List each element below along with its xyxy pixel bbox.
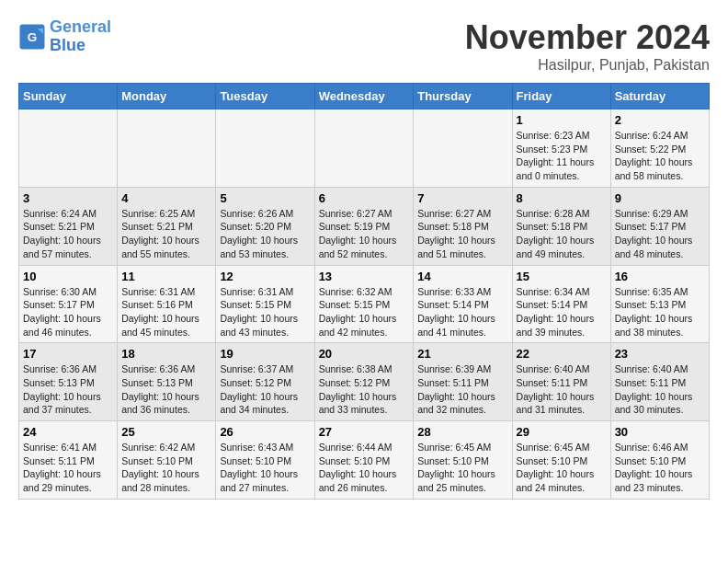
calendar-day-cell: 8Sunrise: 6:28 AM Sunset: 5:18 PM Daylig… bbox=[512, 187, 610, 265]
day-info: Sunrise: 6:36 AM Sunset: 5:13 PM Dayligh… bbox=[23, 362, 113, 417]
location: Hasilpur, Punjab, Pakistan bbox=[465, 57, 710, 74]
day-of-week-header: Friday bbox=[512, 84, 610, 109]
day-of-week-header: Saturday bbox=[610, 84, 709, 109]
calendar-week-row: 24Sunrise: 6:41 AM Sunset: 5:11 PM Dayli… bbox=[19, 421, 710, 500]
day-info: Sunrise: 6:37 AM Sunset: 5:12 PM Dayligh… bbox=[220, 362, 310, 417]
day-number: 12 bbox=[220, 270, 310, 283]
day-of-week-header: Monday bbox=[118, 84, 216, 109]
title-area: November 2024 Hasilpur, Punjab, Pakistan bbox=[465, 18, 710, 74]
month-title: November 2024 bbox=[465, 18, 710, 57]
calendar-day-cell: 7Sunrise: 6:27 AM Sunset: 5:18 PM Daylig… bbox=[414, 187, 512, 265]
day-number: 17 bbox=[23, 347, 113, 361]
calendar-day-cell: 11Sunrise: 6:31 AM Sunset: 5:16 PM Dayli… bbox=[118, 265, 216, 343]
calendar-day-cell: 17Sunrise: 6:36 AM Sunset: 5:13 PM Dayli… bbox=[19, 343, 118, 421]
day-info: Sunrise: 6:26 AM Sunset: 5:20 PM Dayligh… bbox=[220, 207, 310, 261]
calendar-day-cell: 29Sunrise: 6:45 AM Sunset: 5:10 PM Dayli… bbox=[512, 421, 610, 500]
day-info: Sunrise: 6:39 AM Sunset: 5:11 PM Dayligh… bbox=[417, 362, 507, 417]
day-info: Sunrise: 6:31 AM Sunset: 5:16 PM Dayligh… bbox=[121, 285, 211, 339]
calendar-day-cell: 13Sunrise: 6:32 AM Sunset: 5:15 PM Dayli… bbox=[314, 265, 414, 343]
day-number: 27 bbox=[319, 425, 410, 439]
calendar-day-cell: 14Sunrise: 6:33 AM Sunset: 5:14 PM Dayli… bbox=[414, 265, 512, 343]
day-number: 25 bbox=[121, 425, 211, 439]
calendar-day-cell: 4Sunrise: 6:25 AM Sunset: 5:21 PM Daylig… bbox=[118, 187, 216, 265]
day-number: 6 bbox=[319, 191, 410, 205]
calendar-table: SundayMondayTuesdayWednesdayThursdayFrid… bbox=[18, 83, 710, 500]
calendar-week-row: 1Sunrise: 6:23 AM Sunset: 5:23 PM Daylig… bbox=[19, 109, 710, 188]
day-number: 24 bbox=[23, 425, 113, 439]
day-info: Sunrise: 6:29 AM Sunset: 5:17 PM Dayligh… bbox=[615, 207, 705, 261]
day-number: 20 bbox=[319, 347, 410, 361]
day-number: 3 bbox=[23, 191, 113, 205]
day-number: 7 bbox=[417, 191, 507, 205]
calendar-day-cell: 6Sunrise: 6:27 AM Sunset: 5:19 PM Daylig… bbox=[314, 187, 414, 265]
day-info: Sunrise: 6:45 AM Sunset: 5:10 PM Dayligh… bbox=[417, 441, 507, 495]
day-info: Sunrise: 6:36 AM Sunset: 5:13 PM Dayligh… bbox=[121, 362, 211, 417]
day-number: 11 bbox=[121, 270, 211, 283]
calendar-day-cell: 3Sunrise: 6:24 AM Sunset: 5:21 PM Daylig… bbox=[19, 187, 118, 265]
day-info: Sunrise: 6:42 AM Sunset: 5:10 PM Dayligh… bbox=[121, 441, 211, 495]
svg-text:G: G bbox=[28, 29, 38, 43]
calendar-week-row: 17Sunrise: 6:36 AM Sunset: 5:13 PM Dayli… bbox=[19, 343, 710, 421]
calendar-day-cell: 19Sunrise: 6:37 AM Sunset: 5:12 PM Dayli… bbox=[216, 343, 314, 421]
day-info: Sunrise: 6:43 AM Sunset: 5:10 PM Dayligh… bbox=[220, 441, 310, 495]
calendar-header-row: SundayMondayTuesdayWednesdayThursdayFrid… bbox=[19, 84, 710, 109]
calendar-day-cell: 28Sunrise: 6:45 AM Sunset: 5:10 PM Dayli… bbox=[414, 421, 512, 500]
day-info: Sunrise: 6:45 AM Sunset: 5:10 PM Dayligh… bbox=[517, 441, 607, 495]
day-number: 19 bbox=[220, 347, 310, 361]
day-info: Sunrise: 6:46 AM Sunset: 5:10 PM Dayligh… bbox=[615, 441, 705, 495]
day-number: 10 bbox=[23, 270, 113, 283]
calendar-day-cell: 24Sunrise: 6:41 AM Sunset: 5:11 PM Dayli… bbox=[19, 421, 118, 500]
day-info: Sunrise: 6:32 AM Sunset: 5:15 PM Dayligh… bbox=[319, 285, 410, 339]
day-number: 16 bbox=[615, 270, 705, 283]
day-number: 2 bbox=[615, 113, 705, 127]
calendar-day-cell: 26Sunrise: 6:43 AM Sunset: 5:10 PM Dayli… bbox=[216, 421, 314, 500]
calendar-day-cell: 30Sunrise: 6:46 AM Sunset: 5:10 PM Dayli… bbox=[610, 421, 709, 500]
calendar-day-cell: 9Sunrise: 6:29 AM Sunset: 5:17 PM Daylig… bbox=[610, 187, 709, 265]
day-number: 28 bbox=[417, 425, 507, 439]
calendar-day-cell: 25Sunrise: 6:42 AM Sunset: 5:10 PM Dayli… bbox=[118, 421, 216, 500]
day-number: 1 bbox=[517, 113, 607, 127]
logo-icon: G bbox=[18, 23, 46, 51]
calendar-day-cell bbox=[216, 109, 314, 188]
calendar-day-cell: 1Sunrise: 6:23 AM Sunset: 5:23 PM Daylig… bbox=[512, 109, 610, 188]
calendar-day-cell bbox=[118, 109, 216, 188]
day-of-week-header: Thursday bbox=[414, 84, 512, 109]
day-info: Sunrise: 6:40 AM Sunset: 5:11 PM Dayligh… bbox=[517, 362, 607, 417]
calendar-day-cell: 15Sunrise: 6:34 AM Sunset: 5:14 PM Dayli… bbox=[512, 265, 610, 343]
calendar-day-cell: 2Sunrise: 6:24 AM Sunset: 5:22 PM Daylig… bbox=[610, 109, 709, 188]
day-number: 9 bbox=[615, 191, 705, 205]
calendar-day-cell bbox=[414, 109, 512, 188]
calendar-day-cell: 21Sunrise: 6:39 AM Sunset: 5:11 PM Dayli… bbox=[414, 343, 512, 421]
calendar-day-cell: 5Sunrise: 6:26 AM Sunset: 5:20 PM Daylig… bbox=[216, 187, 314, 265]
calendar-week-row: 10Sunrise: 6:30 AM Sunset: 5:17 PM Dayli… bbox=[19, 265, 710, 343]
logo-text: General Blue bbox=[50, 18, 111, 55]
day-info: Sunrise: 6:34 AM Sunset: 5:14 PM Dayligh… bbox=[517, 285, 607, 339]
day-number: 4 bbox=[121, 191, 211, 205]
day-number: 22 bbox=[517, 347, 607, 361]
day-number: 13 bbox=[319, 270, 410, 283]
day-info: Sunrise: 6:27 AM Sunset: 5:19 PM Dayligh… bbox=[319, 207, 410, 261]
day-number: 18 bbox=[121, 347, 211, 361]
day-number: 14 bbox=[417, 270, 507, 283]
day-number: 21 bbox=[417, 347, 507, 361]
logo: G General Blue bbox=[18, 18, 111, 55]
day-number: 15 bbox=[517, 270, 607, 283]
day-info: Sunrise: 6:33 AM Sunset: 5:14 PM Dayligh… bbox=[417, 285, 507, 339]
calendar-day-cell: 18Sunrise: 6:36 AM Sunset: 5:13 PM Dayli… bbox=[118, 343, 216, 421]
day-info: Sunrise: 6:35 AM Sunset: 5:13 PM Dayligh… bbox=[615, 285, 705, 339]
calendar-day-cell: 16Sunrise: 6:35 AM Sunset: 5:13 PM Dayli… bbox=[610, 265, 709, 343]
calendar-day-cell bbox=[314, 109, 414, 188]
day-info: Sunrise: 6:44 AM Sunset: 5:10 PM Dayligh… bbox=[319, 441, 410, 495]
day-info: Sunrise: 6:27 AM Sunset: 5:18 PM Dayligh… bbox=[417, 207, 507, 261]
calendar-day-cell: 12Sunrise: 6:31 AM Sunset: 5:15 PM Dayli… bbox=[216, 265, 314, 343]
day-info: Sunrise: 6:38 AM Sunset: 5:12 PM Dayligh… bbox=[319, 362, 410, 417]
calendar-day-cell bbox=[19, 109, 118, 188]
day-info: Sunrise: 6:30 AM Sunset: 5:17 PM Dayligh… bbox=[23, 285, 113, 339]
day-info: Sunrise: 6:24 AM Sunset: 5:21 PM Dayligh… bbox=[23, 207, 113, 261]
calendar-day-cell: 23Sunrise: 6:40 AM Sunset: 5:11 PM Dayli… bbox=[610, 343, 709, 421]
day-number: 29 bbox=[517, 425, 607, 439]
day-info: Sunrise: 6:41 AM Sunset: 5:11 PM Dayligh… bbox=[23, 441, 113, 495]
calendar-day-cell: 10Sunrise: 6:30 AM Sunset: 5:17 PM Dayli… bbox=[19, 265, 118, 343]
day-info: Sunrise: 6:31 AM Sunset: 5:15 PM Dayligh… bbox=[220, 285, 310, 339]
day-number: 8 bbox=[517, 191, 607, 205]
